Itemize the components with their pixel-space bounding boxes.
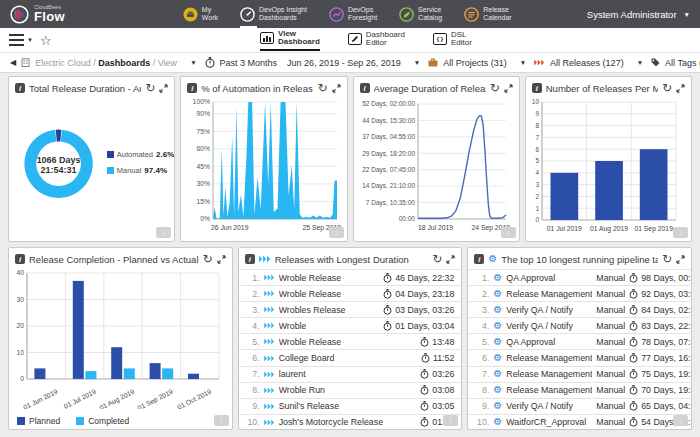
info-icon[interactable]: i [474, 254, 484, 264]
tab-dashboard-editor[interactable]: DashboardEditor [348, 31, 405, 50]
collapse-left-icon[interactable]: ◀ [10, 58, 16, 67]
item-name[interactable]: Wroble Release [279, 337, 341, 347]
drilldown-arrow-icon[interactable]: ↓ [443, 415, 458, 426]
chevron-down-icon[interactable]: ▼ [190, 59, 196, 66]
chevron-down-icon[interactable]: ▼ [414, 59, 420, 66]
release-list: 1.Wroble Release46 Days, 22:322.Wroble R… [239, 269, 462, 430]
expand-icon[interactable] [217, 255, 226, 264]
item-name[interactable]: Verify QA / Notify [506, 321, 592, 331]
info-icon[interactable]: i [187, 83, 197, 93]
list-item[interactable]: 2.⚙Release ManagementManual92 Days, 03:0… [468, 285, 691, 301]
drilldown-arrow-icon[interactable]: ↓ [501, 227, 516, 238]
item-name[interactable]: QA Approval [506, 273, 592, 283]
nav-label: Dashboards [259, 14, 297, 21]
list-item[interactable]: 7.laurent03:26 [239, 366, 462, 382]
menu-caret-icon[interactable]: ▼ [27, 37, 33, 43]
nav-devops-foresight[interactable]: DevOpsForesight [329, 6, 377, 22]
list-item[interactable]: 10.Josh's Motorcycle Release01:35 [239, 414, 462, 430]
info-icon[interactable]: i [15, 254, 25, 264]
expand-icon[interactable] [332, 84, 341, 93]
refresh-icon[interactable]: ↻ [145, 82, 155, 94]
expand-icon[interactable] [504, 84, 513, 93]
item-name[interactable]: Josh's Motorcycle Release [279, 417, 383, 427]
refresh-icon[interactable]: ↻ [203, 253, 213, 265]
time-preset[interactable]: Past 3 Months [220, 58, 278, 68]
projects-filter[interactable]: All Projects (31) [443, 58, 507, 68]
item-name[interactable]: WaitforCR_Approval [506, 417, 592, 427]
breadcrumb[interactable]: Electric Cloud / Dashboards / View [35, 58, 177, 68]
item-name[interactable]: Wroble Release [279, 289, 341, 299]
tab-dsl-editor[interactable]: { } DSLEditor [433, 31, 472, 50]
refresh-icon[interactable]: ↻ [317, 82, 327, 94]
drilldown-arrow-icon[interactable]: ↓ [156, 227, 171, 238]
list-item[interactable]: 4.Wroble01 Days, 03:04 [239, 317, 462, 333]
rank: 7. [246, 369, 260, 379]
info-icon[interactable]: i [532, 83, 542, 93]
bar-chart: 01234567891001 Jul 201901 Aug 201901 Sep… [526, 96, 691, 236]
item-name[interactable]: Wroble Release [279, 273, 341, 283]
chevron-down-icon[interactable]: ▼ [637, 59, 643, 66]
list-item[interactable]: 2.Wroble Release04 Days, 23:18 [239, 285, 462, 301]
list-item[interactable]: 8.⚙Release ManagementManual70 Days, 19:4… [468, 382, 691, 398]
info-icon[interactable]: i [360, 83, 370, 93]
list-item[interactable]: 3.⚙Verify QA / NotifyManual84 Days, 02:3… [468, 301, 691, 317]
drilldown-arrow-icon[interactable]: ↓ [673, 227, 688, 238]
user-menu[interactable]: System Administrator ▼ [587, 9, 690, 20]
chevron-down-icon[interactable]: ▼ [520, 59, 526, 66]
list-item[interactable]: 5.⚙QA ApprovalManual78 Days, 07:47 [468, 333, 691, 349]
item-name[interactable]: Wroble Run [279, 385, 325, 395]
list-item[interactable]: 3.Wrobles Release03 Days, 03:26 [239, 301, 462, 317]
expand-icon[interactable] [676, 255, 685, 264]
app-logo[interactable]: CloudBees Flow [10, 5, 65, 24]
rank: 2. [246, 289, 260, 299]
item-name[interactable]: College Board [279, 353, 335, 363]
list-item[interactable]: 7.⚙Release ManagementManual75 Days, 19:2… [468, 366, 691, 382]
drilldown-arrow-icon[interactable]: ↓ [673, 415, 688, 426]
date-range[interactable]: Jun 26, 2019 - Sep 26, 2019 [287, 58, 401, 68]
tags-filter[interactable]: All Tags (17) [665, 58, 700, 68]
list-item[interactable]: 4.⚙Verify QA / NotifyManual83 Days, 22:5… [468, 317, 691, 333]
item-name[interactable]: Release Management [506, 385, 592, 395]
item-name[interactable]: Wroble [279, 321, 307, 331]
expand-icon[interactable] [676, 84, 685, 93]
item-name[interactable]: Sunil's Release [279, 401, 339, 411]
info-icon[interactable]: i [245, 254, 255, 264]
item-name[interactable]: Wrobles Release [279, 305, 346, 315]
info-icon[interactable]: i [15, 83, 25, 93]
list-item[interactable]: 8.Wroble Run03:08 [239, 382, 462, 398]
item-name[interactable]: QA Approval [506, 337, 592, 347]
item-name[interactable]: Verify QA / Notify [506, 305, 592, 315]
releases-filter[interactable]: All Releases (127) [550, 58, 624, 68]
item-name[interactable]: laurent [279, 369, 306, 379]
nav-my-work[interactable]: MyWork [183, 6, 218, 22]
list-item[interactable]: 6.College Board11:52 [239, 349, 462, 365]
item-name[interactable]: Release Management [506, 369, 592, 379]
drilldown-arrow-icon[interactable]: ↓ [329, 227, 344, 238]
release-icon [264, 371, 275, 378]
task-mode: Manual [596, 321, 625, 331]
item-name[interactable]: Verify QA / Notify [506, 401, 592, 411]
hamburger-menu-icon[interactable] [9, 34, 24, 47]
favorite-star-icon[interactable]: ☆ [40, 33, 52, 48]
list-item[interactable]: 9.Sunil's Release03:05 [239, 398, 462, 414]
list-item[interactable]: 9.⚙Verify QA / NotifyManual65 Days, 04:1… [468, 398, 691, 414]
expand-icon[interactable] [446, 255, 455, 264]
nav-devops-insight-dashboards[interactable]: DevOps InsightDashboards [240, 6, 307, 22]
expand-icon[interactable] [159, 84, 168, 93]
list-item[interactable]: 10.⚙WaitforCR_ApprovalManual54 Days, 22:… [468, 414, 691, 430]
refresh-icon[interactable]: ↻ [662, 82, 672, 94]
refresh-icon[interactable]: ↻ [662, 253, 672, 265]
list-item[interactable]: 6.⚙Release ManagementManual77 Days, 16:3… [468, 349, 691, 365]
drilldown-arrow-icon[interactable]: ↓ [214, 415, 229, 426]
item-name[interactable]: Release Management [506, 353, 592, 363]
nav-service-catalog[interactable]: ServiceCatalog [399, 6, 442, 22]
refresh-icon[interactable]: ↻ [490, 82, 500, 94]
nav-release-calendar[interactable]: ReleaseCalendar [464, 6, 511, 22]
list-item[interactable]: 1.⚙QA ApprovalManual98 Days, 00:59 [468, 269, 691, 285]
refresh-icon[interactable]: ↻ [432, 253, 442, 265]
list-item[interactable]: 1.Wroble Release46 Days, 22:32 [239, 269, 462, 285]
item-name[interactable]: Release Management [506, 289, 592, 299]
duration: 83 Days, 22:51 [629, 321, 692, 331]
tab-view-dashboard[interactable]: ViewDashboard [260, 30, 320, 51]
list-item[interactable]: 5.Wroble Release13:48 [239, 333, 462, 349]
